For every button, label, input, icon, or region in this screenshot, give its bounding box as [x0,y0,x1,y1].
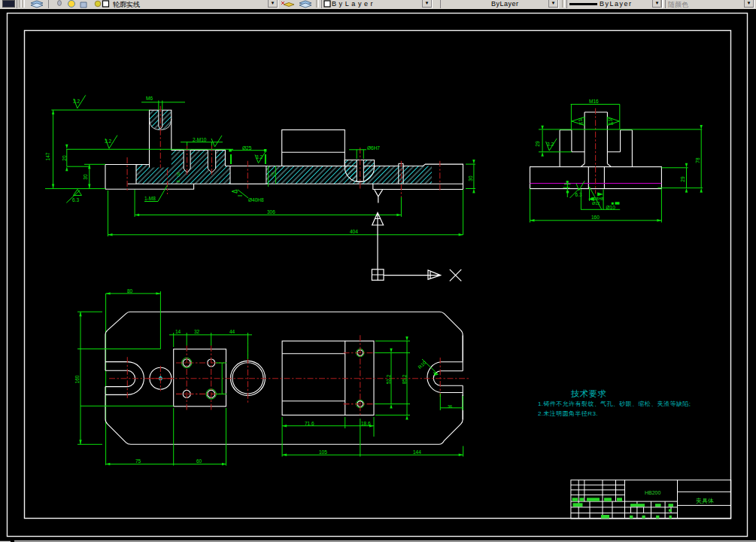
svg-text:404: 404 [350,229,358,234]
svg-text:30: 30 [83,174,88,180]
svg-text:技术要求: 技术要求 [570,389,606,398]
svg-text:29: 29 [535,141,540,147]
svg-text:2-M10: 2-M10 [193,137,207,142]
svg-text:M6: M6 [146,96,153,101]
svg-text:h6: h6 [579,122,584,126]
svg-text:2.未注明圆角半径R3.: 2.未注明圆角半径R3. [538,410,598,417]
svg-text:60: 60 [196,458,202,464]
svg-text:44: 44 [229,329,235,334]
svg-text:80: 80 [127,288,133,294]
svg-text:160: 160 [591,215,600,220]
svg-text:147: 147 [45,152,50,160]
svg-text:HB200: HB200 [645,490,661,495]
svg-text:3.2: 3.2 [73,99,80,104]
svg-text:75: 75 [135,458,141,464]
svg-text:Ø25: Ø25 [242,145,252,151]
svg-text:6.3: 6.3 [72,197,79,202]
svg-text:306: 306 [267,209,275,215]
svg-text:m5: m5 [609,122,614,126]
svg-text:16: 16 [176,172,181,177]
svg-text:144: 144 [413,449,421,455]
svg-text:105: 105 [319,449,327,455]
svg-text:36: 36 [448,404,452,409]
svg-text:78: 78 [695,157,700,163]
svg-text:18.6: 18.6 [361,421,371,426]
svg-text:1.铸件不允许有裂纹、气孔、砂眼、缩松、夹渣等缺陷;: 1.铸件不允许有裂纹、气孔、砂眼、缩松、夹渣等缺陷; [538,400,691,407]
svg-text:8: 8 [176,180,181,182]
svg-text:52.2: 52.2 [386,374,391,384]
svg-text:Ø12: Ø12 [592,201,600,206]
svg-text:15: 15 [271,172,275,177]
svg-text:29: 29 [680,176,685,182]
svg-text:Ø10: Ø10 [606,205,616,210]
svg-text:Ø40H8: Ø40H8 [248,197,264,202]
svg-text:71.6: 71.6 [305,421,314,426]
svg-text:6.3: 6.3 [575,192,582,197]
svg-text:160: 160 [74,375,80,383]
svg-text:Ø6H7: Ø6H7 [367,145,380,151]
svg-text:3.2: 3.2 [256,154,263,160]
svg-text:3.2: 3.2 [547,142,554,147]
svg-text:85.2: 85.2 [402,374,407,384]
svg-text:20: 20 [62,155,67,161]
svg-text:3.2: 3.2 [105,139,111,144]
svg-text:夹具体: 夹具体 [696,498,714,504]
svg-text:14: 14 [175,329,181,334]
svg-text:30: 30 [468,175,473,181]
svg-text:1-M8: 1-M8 [144,196,156,201]
svg-text:M16: M16 [589,99,599,104]
svg-text:32: 32 [194,329,200,334]
